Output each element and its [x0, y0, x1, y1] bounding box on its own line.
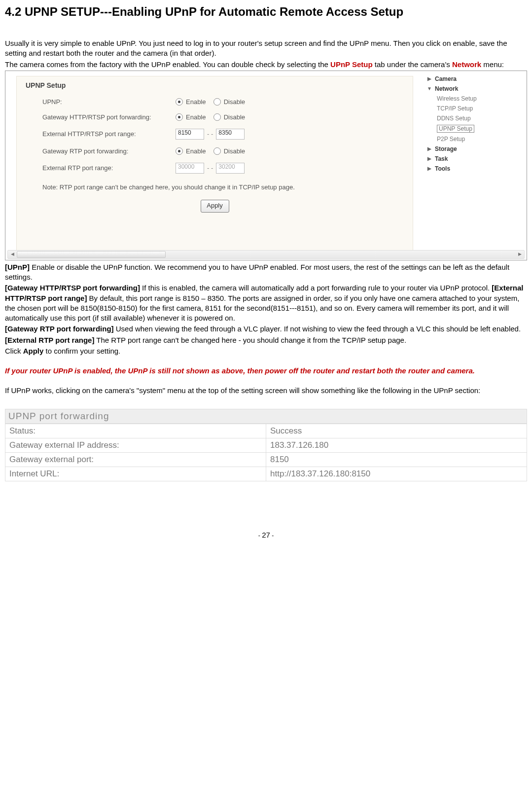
row-gwrtp: Gateway RTP port forwarding: Enable Disa… — [17, 144, 413, 159]
scroll-thumb[interactable] — [17, 251, 166, 258]
table-row: Status:Success — [5, 424, 527, 438]
sep-dash-2: - - — [207, 164, 213, 172]
radio-gwhttp-enable[interactable] — [176, 113, 183, 121]
label-extrtp: External RTP port range: — [42, 164, 176, 172]
chevron-right-icon: ▶ — [427, 156, 432, 161]
chevron-down-icon: ▼ — [427, 86, 432, 91]
h-scrollbar[interactable]: ◀ ▶ — [7, 250, 525, 259]
sidemenu-tools[interactable]: ▶Tools — [427, 164, 521, 174]
p2-red1: UPnP Setup — [330, 60, 373, 69]
chevron-right-icon: ▶ — [427, 146, 432, 151]
upnp-settings-screenshot: UPNP Setup UPNP: Enable Disable Gateway … — [5, 71, 527, 260]
desc-system: If UPnP works, clicking on the camera's … — [5, 386, 527, 396]
desc-extrtp: [External RTP port range] The RTP port r… — [5, 335, 527, 345]
radio-gwrtp-disable[interactable] — [213, 147, 221, 155]
upnp-status-table: UPNP port forwarding Status:Success Gate… — [5, 409, 527, 481]
cell-v: Success — [266, 424, 527, 438]
sidemenu-ddns[interactable]: DDNS Setup — [427, 113, 521, 123]
chevron-right-icon: ▶ — [427, 166, 432, 171]
opt-gwhttp-disable: Disable — [224, 113, 245, 121]
sidemenu-tcpip[interactable]: TCP/IP Setup — [427, 104, 521, 113]
apply-button[interactable]: Apply — [201, 200, 229, 213]
opt-upnp-disable: Disable — [224, 98, 245, 106]
p2-post: menu: — [481, 60, 504, 69]
warning-text: If your router UPnP is enabled, the UPnP… — [5, 366, 527, 376]
label-gwrtp: Gateway RTP port forwarding: — [42, 147, 176, 155]
chevron-right-icon: ▶ — [427, 76, 432, 81]
cell-v: 8150 — [266, 452, 527, 467]
cell-k: Internet URL: — [5, 467, 266, 481]
radio-gwrtp-enable[interactable] — [176, 147, 183, 155]
sidemenu-camera[interactable]: ▶Camera — [427, 74, 521, 84]
opt-gwhttp-enable: Enable — [186, 113, 206, 121]
p2-pre: The camera comes from the factory with t… — [5, 60, 330, 69]
row-gwhttp: Gateway HTTP/RTSP port forwarding: Enabl… — [17, 109, 413, 125]
table-row: Gateway external IP address:183.37.126.1… — [5, 438, 527, 452]
upnp-form: UPNP Setup UPNP: Enable Disable Gateway … — [16, 76, 413, 252]
status-caption: UPNP port forwarding — [5, 409, 527, 424]
opt-gwrtp-enable: Enable — [186, 147, 206, 155]
table-row: Gateway external port:8150 — [5, 452, 527, 467]
opt-gwrtp-disable: Disable — [224, 147, 245, 155]
label-gwhttp: Gateway HTTP/RTSP port forwarding: — [42, 113, 176, 121]
desc-gwhttp: [Gateway HTTP/RTSP port forwarding] If t… — [5, 283, 527, 323]
sidemenu-p2p[interactable]: P2P Setup — [427, 134, 521, 144]
scroll-left-icon[interactable]: ◀ — [9, 251, 16, 257]
scroll-right-icon[interactable]: ▶ — [516, 251, 523, 257]
sidemenu: ▶Camera ▼Network Wireless Setup TCP/IP S… — [427, 74, 521, 174]
p2-mid: tab under the camera's — [373, 60, 452, 69]
opt-upnp-enable: Enable — [186, 98, 206, 106]
cell-k: Gateway external IP address: — [5, 438, 266, 452]
input-extrtp-to: 30200 — [216, 163, 245, 174]
table-row: Internet URL:http://183.37.126.180:8150 — [5, 467, 527, 481]
sidemenu-task[interactable]: ▶Task — [427, 154, 521, 164]
sidemenu-storage[interactable]: ▶Storage — [427, 144, 521, 154]
label-upnp: UPNP: — [42, 98, 176, 106]
p2-red2: Network — [452, 60, 481, 69]
intro-para-2: The camera comes from the factory with t… — [5, 60, 527, 70]
radio-upnp-enable[interactable] — [176, 98, 183, 106]
desc-upnp: [UPnP] Enable or disable the UPnP functi… — [5, 262, 527, 283]
section-heading: 4.2 UPNP SETUP---Enabling UPnP for Autom… — [5, 5, 527, 19]
intro-para-1: Usually it is very simple to enable UPnP… — [5, 38, 527, 59]
radio-gwhttp-disable[interactable] — [213, 113, 221, 121]
cell-v: http://183.37.126.180:8150 — [266, 467, 527, 481]
input-exthttp-to[interactable]: 8350 — [216, 129, 245, 140]
desc-gwrtp: [Gateway RTP port forwarding] Used when … — [5, 324, 527, 334]
cell-k: Status: — [5, 424, 266, 438]
panel-title: UPNP Setup — [17, 76, 413, 94]
sep-dash-1: - - — [207, 130, 213, 138]
sidemenu-upnp[interactable]: UPNP Setup — [427, 123, 521, 134]
sidemenu-wireless[interactable]: Wireless Setup — [427, 94, 521, 104]
desc-apply: Click Apply to confirm your setting. — [5, 346, 527, 356]
row-exthttp: External HTTP/RTSP port range: 8150 - - … — [17, 125, 413, 144]
input-extrtp-from: 30000 — [176, 163, 204, 174]
input-exthttp-from[interactable]: 8150 — [176, 129, 204, 140]
sidemenu-network[interactable]: ▼Network — [427, 84, 521, 94]
label-exthttp: External HTTP/RTSP port range: — [42, 130, 176, 138]
radio-upnp-disable[interactable] — [213, 98, 221, 106]
row-upnp: UPNP: Enable Disable — [17, 94, 413, 109]
panel-note: Note: RTP port range can't be changed he… — [17, 178, 413, 193]
cell-v: 183.37.126.180 — [266, 438, 527, 452]
page-number: - 27 - — [5, 531, 527, 539]
cell-k: Gateway external port: — [5, 452, 266, 467]
row-extrtp: External RTP port range: 30000 - - 30200 — [17, 159, 413, 178]
